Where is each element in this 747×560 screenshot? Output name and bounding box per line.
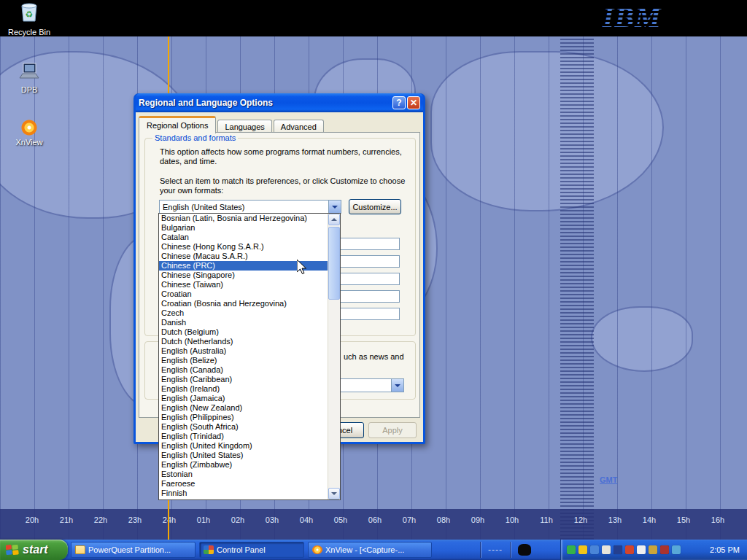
dateline-hatch (560, 36, 594, 540)
arrow-down-icon (331, 492, 337, 495)
start-button[interactable]: start (0, 540, 68, 560)
deskband-icon[interactable] (518, 544, 531, 556)
tray-icons (567, 545, 684, 554)
chevron-down-icon (395, 384, 400, 387)
desktop-icon-dpb[interactable]: DPB (6, 62, 53, 94)
svg-text:♻: ♻ (26, 9, 34, 20)
tray-icon-6[interactable] (625, 545, 634, 554)
language-option[interactable]: Estonian (159, 470, 328, 479)
start-label: start (23, 543, 48, 556)
scrollbar-thumb[interactable] (328, 227, 340, 300)
hour-label: 13h (602, 516, 628, 524)
hour-label: 15h (670, 516, 697, 524)
chevron-down-icon (332, 206, 338, 209)
language-option[interactable]: English (Caribbean) (159, 375, 328, 384)
language-option[interactable]: English (South Africa) (159, 422, 328, 432)
hour-label: 16h (705, 516, 731, 524)
tray-icon-9[interactable] (660, 545, 669, 554)
taskbar-separator (510, 542, 511, 558)
tray-icon-7[interactable] (637, 545, 646, 554)
task-xnview[interactable]: XnView - [<Capture-... (308, 542, 432, 558)
language-option[interactable]: Bulgarian (159, 223, 328, 233)
language-option[interactable]: English (Jamaica) (159, 394, 328, 403)
tray-icon-1[interactable] (567, 545, 576, 554)
language-option[interactable]: English (Zimbabwe) (159, 460, 328, 470)
hour-label: 06h (362, 516, 388, 524)
arrow-up-icon (331, 218, 337, 221)
customize-button[interactable]: Customize... (349, 199, 401, 214)
taskbar-clock[interactable]: 2:05 PM (710, 545, 747, 554)
language-option[interactable]: Finnish (159, 489, 328, 498)
language-option[interactable]: Catalan (159, 233, 328, 242)
system-tray: 2:05 PM (560, 540, 747, 560)
language-option[interactable]: English (United Kingdom) (159, 441, 328, 451)
tray-icon-5[interactable] (614, 545, 622, 554)
tray-icon-8[interactable] (649, 545, 657, 554)
format-combobox[interactable]: English (United States) (159, 200, 341, 214)
tray-icon-2[interactable] (578, 545, 587, 554)
control-panel-icon (204, 545, 214, 554)
language-option[interactable]: English (Belize) (159, 356, 328, 365)
tab-regional-options[interactable]: Regional Options (139, 116, 216, 133)
language-option[interactable]: English (Philippines) (159, 413, 328, 422)
task-label: PowerQuest Partition... (88, 545, 171, 554)
task-powerquest-partition[interactable]: PowerQuest Partition... (71, 542, 196, 558)
hour-label: 24h (156, 516, 182, 524)
location-text-fragment: uch as news and (344, 352, 404, 361)
language-option[interactable]: English (Australia) (159, 346, 328, 356)
combobox-dropdown-button[interactable] (328, 201, 341, 213)
language-option[interactable]: Danish (159, 318, 328, 327)
language-option[interactable]: Dutch (Belgium) (159, 327, 328, 337)
task-label: XnView - [<Capture-... (325, 545, 404, 554)
standards-group-title: Standards and formats (152, 133, 238, 142)
tray-icon-3[interactable] (590, 545, 599, 554)
language-option[interactable]: English (New Zealand) (159, 403, 328, 413)
hour-label: 12h (568, 516, 594, 524)
recycle-bin-label: Recycle Bin (6, 28, 53, 36)
taskbar-tasks: PowerQuest Partition...Control PanelXnVi… (71, 542, 432, 558)
hour-label: 01h (190, 516, 217, 524)
task-label: Control Panel (217, 545, 266, 554)
list-scrollbar[interactable] (328, 214, 340, 499)
ibm-logo: IBM (603, 0, 683, 34)
dialog-titlebar[interactable]: Regional and Language Options ? ✕ (136, 93, 423, 112)
language-option[interactable]: English (United States) (159, 451, 328, 460)
language-option[interactable]: Croatian (159, 289, 328, 299)
xnview-icon (312, 545, 322, 554)
format-combobox-value: English (United States) (163, 203, 245, 211)
desktop-icon-recycle-bin[interactable]: ♻ Recycle Bin (6, 1, 53, 36)
standards-description-2: dates, and time. (160, 157, 217, 166)
language-option[interactable]: English (Canada) (159, 365, 328, 375)
close-button[interactable]: ✕ (407, 96, 420, 109)
hour-label: 11h (533, 516, 560, 524)
language-list[interactable]: Bosnian (Latin, Bosnia and Herzegovina)B… (158, 213, 341, 500)
deskband-text: ---- (488, 545, 503, 555)
language-option[interactable]: Dutch (Netherlands) (159, 337, 328, 346)
desktop-icon-xnview[interactable]: XnView (6, 119, 53, 147)
language-option[interactable]: Czech (159, 308, 328, 318)
tray-icon-4[interactable] (602, 545, 611, 554)
language-option[interactable]: English (Ireland) (159, 384, 328, 394)
folder-icon (75, 545, 85, 554)
timezone-hour-band: 20h21h22h23h24h01h02h03h04h05h06h07h08h0… (0, 509, 747, 540)
language-option[interactable]: Bosnian (Latin, Bosnia and Herzegovina) (159, 214, 328, 223)
xnview-label: XnView (6, 138, 53, 147)
tray-icon-10[interactable] (672, 545, 681, 554)
hour-label: 09h (465, 516, 491, 524)
scroll-down-button[interactable] (328, 488, 340, 499)
language-option[interactable]: English (Trinidad) (159, 432, 328, 441)
language-option[interactable]: Chinese (Hong Kong S.A.R.) (159, 242, 328, 252)
language-option[interactable]: Chinese (Taiwan) (159, 280, 328, 289)
location-dropdown-button[interactable] (391, 379, 403, 392)
scroll-up-button[interactable] (328, 214, 340, 225)
hour-label: 23h (122, 516, 148, 524)
apply-button[interactable]: Apply (368, 422, 417, 438)
ibm-logo-stripes (603, 0, 683, 34)
hour-label: 07h (396, 516, 422, 524)
desktop: ♻ Recycle Bin IBM 20h21h22h23h24h01h02h0… (0, 0, 747, 560)
language-option[interactable]: Croatian (Bosnia and Herzegovina) (159, 299, 328, 308)
windows-flag-icon (6, 544, 19, 556)
language-option[interactable]: Faeroese (159, 479, 328, 489)
help-button[interactable]: ? (392, 96, 406, 109)
task-control-panel[interactable]: Control Panel (199, 542, 304, 558)
